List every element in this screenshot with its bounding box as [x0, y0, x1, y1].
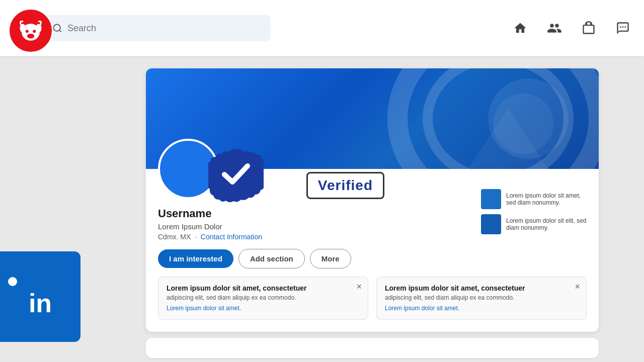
info-color-1 [481, 189, 501, 209]
profile-card: Lorem ipsum dolor sit amet, sed diam non… [146, 68, 599, 332]
info-box-2: Lorem ipsum dolor sit elit, sed diam non… [481, 214, 587, 234]
card-item-2: × Lorem ipsum dolor sit amet, consectetu… [376, 277, 587, 320]
location-text: Cdmx. MX [158, 233, 191, 241]
messaging-nav-button[interactable] [614, 19, 632, 37]
svg-point-4 [33, 30, 36, 33]
svg-point-11 [624, 26, 626, 28]
card-2-link[interactable]: Lorem ipsum dolor sit amet. [385, 305, 459, 312]
svg-line-8 [59, 30, 61, 32]
card-2-subtitle: adipiscing elit, sed diam aliquip ex ea … [385, 294, 578, 301]
right-info-boxes: Lorem ipsum dolor sit amet, sed diam non… [481, 189, 587, 234]
cards-row: × Lorem ipsum dolor sit amet, consectetu… [158, 277, 587, 320]
search-icon [52, 23, 62, 33]
interested-button[interactable]: I am interested [158, 249, 233, 268]
verified-badge-icon [208, 147, 264, 202]
linkedin-card-decoration: in [0, 251, 80, 342]
home-nav-button[interactable] [511, 19, 529, 37]
navbar-icons [511, 19, 632, 37]
card-2-title: Lorem ipsum dolor sit amet, consectetuer [385, 284, 578, 292]
svg-point-10 [622, 26, 624, 28]
svg-point-3 [26, 30, 29, 33]
profile-actions: I am interested Add section More [158, 249, 587, 268]
profile-body: Lorem ipsum dolor sit amet, sed diam non… [146, 139, 599, 332]
card-text: in [29, 290, 52, 316]
info-text-2: Lorem ipsum dolor sit elit, sed diam non… [506, 217, 587, 231]
info-box-1: Lorem ipsum dolor sit amet, sed diam non… [481, 189, 587, 209]
bottom-bar [146, 338, 599, 358]
main-content: Lorem ipsum dolor sit amet, sed diam non… [101, 56, 644, 362]
card-1-link[interactable]: Lorem ipsum dolor sit amet. [167, 305, 241, 312]
verified-label: Verified [306, 172, 384, 199]
more-button[interactable]: More [310, 249, 351, 268]
contact-info-link[interactable]: Contact Information [201, 233, 262, 241]
card-dot [8, 277, 17, 286]
add-section-button[interactable]: Add section [238, 249, 305, 268]
svg-point-5 [27, 34, 34, 39]
info-text-1: Lorem ipsum dolor sit amet, sed diam non… [506, 192, 587, 206]
people-nav-button[interactable] [545, 19, 564, 37]
search-input[interactable] [67, 23, 263, 34]
card-1-subtitle: adipiscing elit, sed diam aliquip ex ea … [167, 294, 360, 301]
search-bar[interactable] [44, 15, 271, 41]
card-item-1: × Lorem ipsum dolor sit amet, consectetu… [158, 277, 368, 320]
svg-point-7 [54, 25, 60, 31]
brand-logo [8, 8, 53, 53]
card-1-close-button[interactable]: × [356, 282, 362, 291]
card-1-title: Lorem ipsum dolor sit amet, consectetuer [167, 284, 360, 292]
card-2-close-button[interactable]: × [575, 282, 580, 291]
svg-point-9 [620, 26, 621, 28]
verified-badge-container: Verified [208, 147, 264, 204]
briefcase-nav-button[interactable] [580, 19, 598, 37]
navbar: in [0, 0, 644, 56]
info-color-2 [481, 214, 501, 234]
